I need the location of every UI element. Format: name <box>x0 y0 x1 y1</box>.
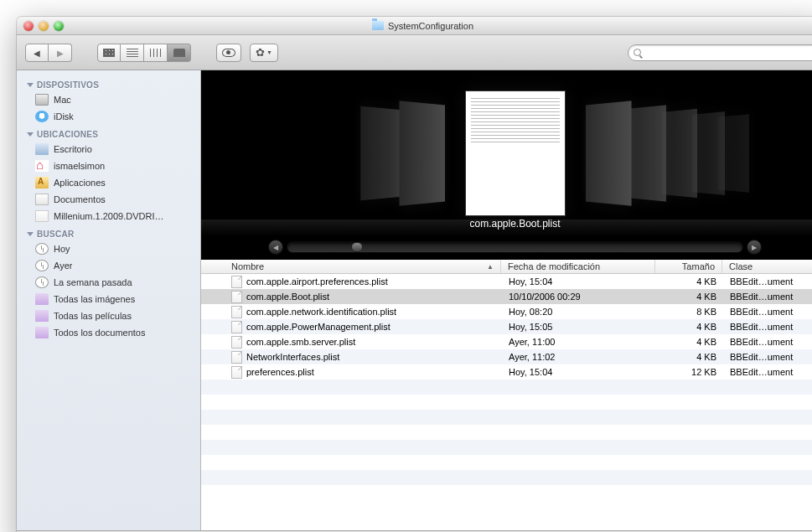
sidebar-section-header[interactable]: DISPOSITIVOS <box>17 75 200 91</box>
search-field[interactable] <box>628 44 812 61</box>
empty-row <box>201 425 812 440</box>
column-header-modified[interactable]: Fecha de modificación <box>501 260 655 273</box>
coverflow-scroll-thumb[interactable] <box>351 242 363 252</box>
list-view-icon <box>127 49 138 57</box>
file-modified-cell: 10/10/2006 00:29 <box>502 292 656 302</box>
coverflow-scroll-right[interactable]: ▶ <box>747 240 762 255</box>
file-size-cell: 4 KB <box>656 322 723 332</box>
file-modified-cell: Hoy, 15:04 <box>502 367 656 377</box>
coverflow-cover-selected[interactable] <box>465 90 566 216</box>
column-header-kind[interactable]: Clase <box>722 260 812 273</box>
nav-buttons <box>25 44 72 62</box>
document-icon <box>231 366 242 379</box>
sidebar-item[interactable]: Hoy <box>17 240 200 257</box>
coverflow-cover[interactable] <box>585 101 631 205</box>
list-view-button[interactable] <box>121 44 144 62</box>
sidebar-section-header[interactable]: BUSCAR <box>17 225 200 240</box>
column-view-icon <box>150 49 162 57</box>
file-kind-cell: BBEdit…ument <box>723 337 812 347</box>
sidebar-item[interactable]: Todos los documentos <box>17 324 200 341</box>
file-list[interactable]: com.apple.airport.preferences.plistHoy, … <box>201 274 812 530</box>
file-size-cell: 12 KB <box>656 367 723 377</box>
quicklook-button[interactable] <box>216 44 241 62</box>
column-view-button[interactable] <box>144 44 168 62</box>
back-button[interactable] <box>25 44 49 62</box>
idisk-icon <box>35 111 49 122</box>
sidebar-item-label: La semana pasada <box>54 277 132 287</box>
sidebar-item[interactable]: Todas las imágenes <box>17 291 200 307</box>
file-row[interactable]: com.apple.airport.preferences.plistHoy, … <box>201 274 812 289</box>
titlebar[interactable]: SystemConfiguration <box>17 17 812 35</box>
sidebar-item[interactable]: Aplicaciones <box>17 174 200 191</box>
file-row[interactable]: com.apple.network.identification.plistHo… <box>201 304 812 319</box>
file-row[interactable]: com.apple.PowerManagement.plistHoy, 15:0… <box>201 319 812 334</box>
sidebar-item[interactable]: Mac <box>17 91 200 108</box>
file-name: NetworkInterfaces.plist <box>246 352 339 362</box>
file-row[interactable]: preferences.plistHoy, 15:0412 KBBBEdit…u… <box>201 364 812 380</box>
file-row[interactable]: com.apple.Boot.plist10/10/2006 00:294 KB… <box>201 289 812 304</box>
coverflow-cover[interactable] <box>626 105 666 201</box>
file-kind-cell: BBEdit…ument <box>723 322 812 332</box>
sort-ascending-icon: ▲ <box>487 263 494 271</box>
sidebar-item-label: Hoy <box>54 244 70 254</box>
empty-row <box>201 470 812 485</box>
sidebar: DISPOSITIVOSMaciDiskUBICACIONESEscritori… <box>17 70 201 530</box>
coverflow-scroll-left[interactable]: ◀ <box>268 240 283 255</box>
file-modified-cell: Hoy, 15:05 <box>502 322 656 332</box>
file-name-cell: com.apple.airport.preferences.plist <box>201 276 502 288</box>
empty-row <box>201 440 812 455</box>
sidebar-item[interactable]: ismaelsimon <box>17 158 200 174</box>
document-icon <box>231 291 242 303</box>
forward-button[interactable] <box>49 44 72 62</box>
empty-row <box>201 395 812 410</box>
empty-row <box>201 455 812 470</box>
file-size-cell: 8 KB <box>656 307 723 317</box>
coverflow-cover[interactable] <box>399 101 445 205</box>
file-name: preferences.plist <box>246 367 314 377</box>
document-icon <box>231 351 242 364</box>
file-name: com.apple.airport.preferences.plist <box>246 276 388 287</box>
coverflow-cover[interactable] <box>661 109 696 198</box>
file-row[interactable]: com.apple.smb.server.plistAyer, 11:004 K… <box>201 334 812 349</box>
file-name: com.apple.network.identification.plist <box>246 307 396 317</box>
file-kind-cell: BBEdit…ument <box>723 307 812 317</box>
column-header-size[interactable]: Tamaño <box>655 260 722 273</box>
document-preview <box>465 90 566 216</box>
file-size-cell: 4 KB <box>656 292 723 302</box>
coverflow-view-button[interactable] <box>168 44 191 62</box>
coverflow-area[interactable]: com.apple.Boot.plist ◀ ▶ <box>201 70 812 260</box>
sidebar-item[interactable]: Documentos <box>17 191 200 208</box>
action-menu-button[interactable]: ✿▼ <box>250 44 278 62</box>
document-icon <box>231 336 242 349</box>
coverflow-scroll-track[interactable] <box>287 241 743 253</box>
column-header-name[interactable]: Nombre▲ <box>201 260 501 273</box>
pfold-icon <box>35 310 49 322</box>
sidebar-item[interactable]: Ayer <box>17 257 200 274</box>
file-row[interactable]: NetworkInterfaces.plistAyer, 11:024 KBBB… <box>201 349 812 364</box>
coverflow-cover[interactable] <box>360 106 400 201</box>
gear-icon: ✿ <box>256 46 265 59</box>
sidebar-item-label: iDisk <box>54 111 74 121</box>
zoom-button[interactable] <box>54 21 64 31</box>
file-name: com.apple.smb.server.plist <box>246 337 355 347</box>
sidebar-item[interactable]: Escritorio <box>17 141 200 158</box>
empty-row <box>201 410 812 425</box>
coverflow-scrollbar: ◀ ▶ <box>268 240 762 255</box>
minimize-button[interactable] <box>39 21 49 31</box>
sidebar-item-label: Escritorio <box>54 144 92 154</box>
sidebar-item[interactable]: Todas las películas <box>17 307 200 324</box>
sidebar-section-header[interactable]: UBICACIONES <box>17 125 200 141</box>
docs-icon <box>35 194 49 205</box>
sidebar-item[interactable]: Millenium.1.2009.DVDRI… <box>17 208 200 225</box>
sidebar-item[interactable]: iDisk <box>17 108 200 125</box>
icon-view-button[interactable] <box>97 44 121 62</box>
file-name-cell: com.apple.smb.server.plist <box>201 336 502 349</box>
chevron-down-icon: ▼ <box>266 49 272 55</box>
clock-icon <box>35 260 49 271</box>
document-icon <box>231 306 242 318</box>
sidebar-item[interactable]: La semana pasada <box>17 274 200 291</box>
search-input[interactable] <box>645 48 812 58</box>
arrow-left-icon <box>34 48 40 58</box>
close-button[interactable] <box>23 21 34 31</box>
icon-view-icon <box>103 49 115 57</box>
